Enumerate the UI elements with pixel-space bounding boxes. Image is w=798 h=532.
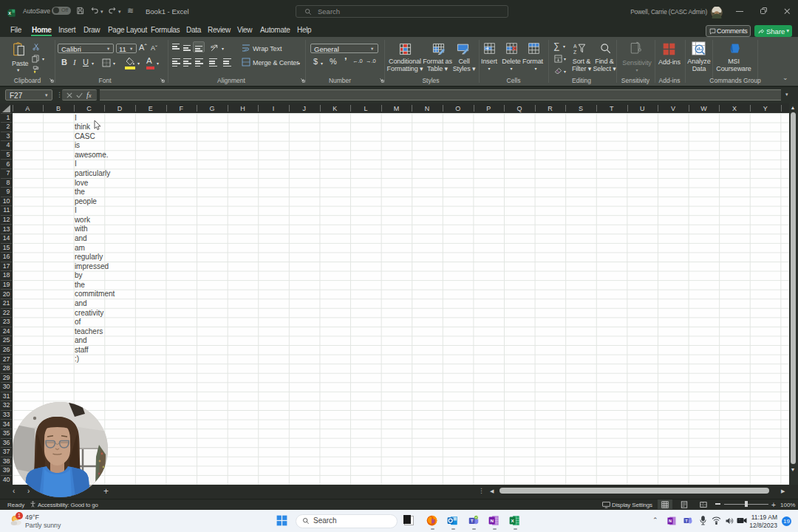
- svg-text:X: X: [8, 10, 11, 15]
- svg-text:T: T: [471, 519, 474, 523]
- svg-text:A: A: [573, 44, 577, 49]
- svg-text:N: N: [669, 519, 672, 523]
- svg-text:Z: Z: [573, 50, 576, 55]
- svg-text:T: T: [685, 519, 687, 523]
- svg-text:N: N: [490, 518, 494, 523]
- svg-text:ab: ab: [211, 45, 215, 49]
